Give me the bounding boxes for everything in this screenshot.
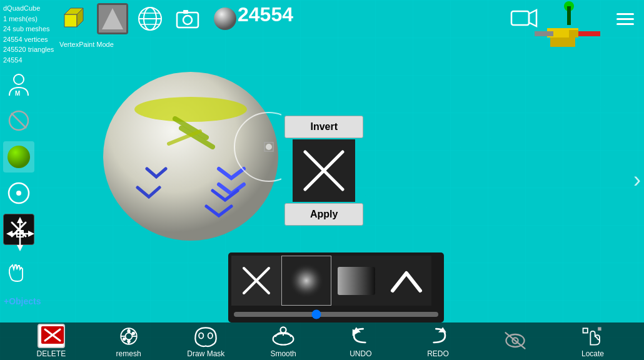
svg-point-24	[183, 16, 192, 24]
gizmo-icon	[531, 0, 606, 69]
brush-gradient-option[interactable]	[331, 256, 381, 306]
triangle-count: 245520 triangles	[3, 44, 54, 55]
svg-marker-49	[6, 231, 13, 237]
remesh-label: remesh	[116, 349, 141, 358]
locate-icon	[580, 324, 605, 348]
brush-soft-option[interactable]	[281, 256, 331, 306]
svg-rect-28	[567, 6, 571, 25]
extra-count: 24554	[3, 55, 54, 66]
video-camera-btn[interactable]	[510, 8, 538, 32]
hand-icon	[5, 260, 29, 284]
hamburger-line-3	[616, 23, 634, 25]
svg-point-6	[134, 97, 247, 122]
cube-icon-btn[interactable]	[59, 3, 91, 34]
smooth-label: Smooth	[270, 349, 296, 358]
svg-point-72	[208, 332, 213, 338]
draw-mask-tool[interactable]: Draw Mask	[187, 325, 224, 358]
right-arrow-btn[interactable]: ›	[633, 167, 641, 193]
hamburger-line-2	[616, 18, 634, 20]
undo-icon-area	[348, 325, 373, 348]
svg-rect-13	[64, 14, 77, 27]
svg-point-11	[266, 144, 272, 150]
eye-icon-area	[503, 329, 528, 352]
svg-rect-34	[511, 11, 529, 25]
undo-tool[interactable]: UNDO	[342, 325, 380, 358]
toggle-visibility-tool[interactable]	[496, 329, 534, 354]
redo-icon-area	[426, 325, 451, 348]
svg-rect-32	[569, 30, 578, 38]
globe-icon	[136, 5, 164, 32]
screenshot-btn[interactable]	[172, 3, 203, 34]
top-info: dQuadCube 1 mesh(es) 24 sub meshes 24554…	[3, 3, 54, 65]
soft-brush-icon	[286, 261, 327, 301]
camera-icon	[175, 6, 200, 31]
slash-icon	[8, 109, 30, 132]
sphere-icon	[211, 5, 239, 32]
svg-line-39	[11, 113, 26, 128]
objects-btn-label: +Objects	[4, 296, 41, 306]
mesh-name: dQuadCube	[3, 3, 54, 14]
invert-preview	[293, 139, 355, 202]
move-tool-btn[interactable]	[6, 217, 34, 254]
invert-x-icon	[299, 146, 349, 196]
no-tool-btn[interactable]	[3, 105, 34, 136]
mesh-thumbnail[interactable]	[97, 3, 128, 34]
svg-marker-47	[17, 217, 23, 223]
svg-rect-25	[183, 10, 188, 14]
redo-label: REDO	[427, 349, 449, 358]
brush-toolbar	[228, 252, 444, 322]
redo-icon	[426, 324, 451, 348]
mesh-count: 1 mesh(es)	[3, 14, 54, 24]
svg-marker-50	[28, 231, 34, 237]
svg-marker-48	[17, 245, 23, 251]
bottom-toolbar: DELETE remesh	[0, 322, 644, 360]
hamburger-line-1	[616, 13, 634, 15]
svg-rect-82	[583, 328, 588, 332]
3d-model	[81, 56, 281, 256]
remesh-tool[interactable]: remesh	[110, 325, 148, 358]
undo-icon	[348, 324, 373, 348]
brush-slider-row	[231, 308, 441, 319]
svg-point-71	[199, 332, 203, 338]
svg-rect-83	[598, 327, 601, 330]
invert-popup: Invert Apply	[284, 116, 363, 226]
gizmo-widget[interactable]	[531, 0, 606, 69]
hand-tool-btn[interactable]	[5, 260, 29, 286]
redo-tool[interactable]: REDO	[420, 325, 457, 358]
svg-point-67	[127, 329, 130, 332]
gradient-brush-icon	[335, 261, 378, 301]
draw-mask-icon-area	[193, 325, 218, 348]
apply-btn[interactable]: Apply	[284, 203, 363, 226]
mesh-thumb-icon	[99, 5, 126, 32]
hamburger-menu-btn[interactable]	[613, 6, 638, 31]
svg-point-26	[214, 8, 236, 30]
delete-label: DELETE	[37, 349, 66, 358]
sphere-preview[interactable]	[209, 3, 241, 34]
chevron-brush-icon	[386, 261, 427, 301]
delete-tool[interactable]: DELETE	[33, 325, 70, 358]
brush-chevron-option[interactable]	[381, 256, 431, 306]
svg-point-42	[16, 191, 21, 196]
svg-point-62	[125, 332, 132, 339]
smooth-tool[interactable]: Smooth	[264, 325, 302, 358]
move-icon	[6, 217, 34, 251]
brush-size-slider[interactable]	[234, 312, 438, 317]
svg-point-70	[123, 337, 126, 340]
draw-mask-label: Draw Mask	[187, 349, 224, 358]
right-arrow-icon: ›	[633, 167, 641, 192]
paint-tool-btn[interactable]	[3, 141, 34, 172]
avatar-tool-btn[interactable]: M	[3, 69, 34, 100]
globe-btn[interactable]	[134, 3, 166, 34]
svg-point-56	[289, 263, 324, 298]
brush-x-option[interactable]	[231, 256, 281, 306]
vertex-paint-label: VertexPaint Mode	[59, 41, 114, 48]
locate-tool[interactable]: Locate	[574, 325, 611, 358]
invert-btn[interactable]: Invert	[284, 116, 363, 138]
circle-icon	[6, 181, 31, 206]
paint-circle-icon	[6, 144, 32, 170]
circle-tool-btn[interactable]	[3, 178, 34, 209]
avatar-icon: M	[6, 72, 31, 97]
smooth-icon	[271, 324, 296, 348]
svg-point-74	[281, 327, 286, 332]
objects-btn[interactable]: +Objects	[0, 294, 45, 309]
